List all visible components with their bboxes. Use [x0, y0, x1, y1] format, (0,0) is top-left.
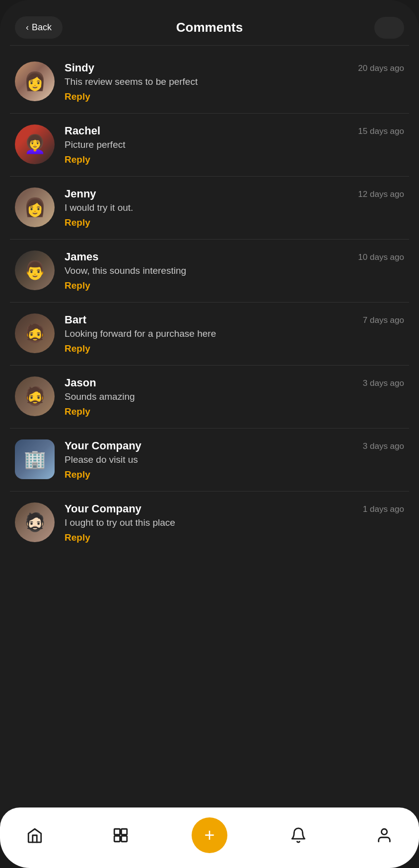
avatar-company2: 🧔🏻: [15, 502, 55, 542]
grid-icon: [112, 827, 129, 844]
avatar-company1: 🏢: [15, 439, 55, 479]
phone-frame: ‹ Back Comments 👩 Sindy 20 days ago This…: [0, 0, 419, 868]
page-title: Comments: [176, 20, 243, 35]
add-icon: +: [204, 826, 214, 844]
comment-header-james: James 10 days ago: [65, 250, 404, 263]
comment-time-bart: 7 days ago: [363, 313, 404, 325]
bell-nav-button[interactable]: [283, 820, 313, 850]
comment-time-company2: 1 days ago: [363, 502, 404, 514]
comment-text-james: Voow, this sounds interesting: [65, 265, 404, 276]
comment-time-rachel: 15 days ago: [358, 124, 404, 136]
comment-time-jason: 3 days ago: [363, 376, 404, 388]
comment-content-rachel: Rachel 15 days ago Picture perfect Reply: [65, 124, 404, 165]
comment-text-company1: Please do visit us: [65, 454, 404, 465]
avatar-james: 👨: [15, 250, 55, 290]
reply-button-rachel[interactable]: Reply: [65, 154, 90, 165]
comment-header-jenny: Jenny 12 days ago: [65, 187, 404, 200]
reply-button-sindy[interactable]: Reply: [65, 91, 90, 102]
avatar-sindy: 👩: [15, 62, 55, 101]
comment-name-rachel: Rachel: [65, 124, 100, 137]
avatar-bart: 🧔: [15, 313, 55, 353]
bell-icon: [290, 827, 307, 844]
comment-content-james: James 10 days ago Voow, this sounds inte…: [65, 250, 404, 291]
comment-header-bart: Bart 7 days ago: [65, 313, 404, 326]
comment-content-jenny: Jenny 12 days ago I would try it out. Re…: [65, 187, 404, 228]
comment-name-bart: Bart: [65, 313, 86, 326]
svg-rect-2: [114, 836, 120, 841]
reply-button-company1[interactable]: Reply: [65, 469, 90, 480]
comment-header-jason: Jason 3 days ago: [65, 376, 404, 389]
comment-header-company2: Your Company 1 days ago: [65, 502, 404, 515]
profile-nav-button[interactable]: [369, 820, 399, 850]
reply-button-jason[interactable]: Reply: [65, 406, 90, 417]
avatar-rachel: 👩‍🦱: [15, 124, 55, 164]
reply-button-company2[interactable]: Reply: [65, 532, 90, 543]
comment-header-rachel: Rachel 15 days ago: [65, 124, 404, 137]
comment-content-company1: Your Company 3 days ago Please do visit …: [65, 439, 404, 480]
comment-item-bart: 🧔 Bart 7 days ago Looking forward for a …: [0, 303, 419, 365]
grid-nav-button[interactable]: [106, 820, 136, 850]
header: ‹ Back Comments: [0, 0, 419, 45]
comment-item-jenny: 👩 Jenny 12 days ago I would try it out. …: [0, 177, 419, 239]
comment-text-jason: Sounds amazing: [65, 391, 404, 402]
reply-button-bart[interactable]: Reply: [65, 343, 90, 354]
bottom-nav: +: [0, 807, 419, 868]
comment-header-company1: Your Company 3 days ago: [65, 439, 404, 452]
comment-text-jenny: I would try it out.: [65, 202, 404, 213]
svg-point-4: [381, 829, 387, 834]
comment-content-company2: Your Company 1 days ago I ought to try o…: [65, 502, 404, 543]
svg-rect-3: [121, 836, 127, 841]
comment-name-company2: Your Company: [65, 502, 141, 515]
comment-text-rachel: Picture perfect: [65, 139, 404, 150]
avatar-emoji-rachel: 👩‍🦱: [15, 124, 55, 164]
header-right-area: [374, 17, 404, 39]
svg-rect-0: [114, 829, 120, 834]
avatar-emoji-bart: 🧔: [15, 313, 55, 353]
avatar-emoji-james: 👨: [15, 250, 55, 290]
back-chevron-icon: ‹: [26, 22, 29, 33]
avatar-emoji-jason: 🧔: [15, 376, 55, 416]
avatar-emoji-jenny: 👩: [15, 187, 55, 227]
add-nav-button[interactable]: +: [192, 817, 227, 853]
comment-time-sindy: 20 days ago: [358, 62, 404, 73]
comment-item-jason: 🧔 Jason 3 days ago Sounds amazing Reply: [0, 366, 419, 428]
comment-name-jenny: Jenny: [65, 187, 96, 200]
comment-content-jason: Jason 3 days ago Sounds amazing Reply: [65, 376, 404, 417]
home-icon: [26, 827, 43, 844]
home-nav-button[interactable]: [20, 820, 50, 850]
avatar-emoji-sindy: 👩: [15, 62, 55, 101]
svg-rect-1: [121, 829, 127, 834]
avatar-emoji-company1: 🏢: [15, 439, 55, 479]
comment-content-sindy: Sindy 20 days ago This review seems to b…: [65, 62, 404, 102]
comment-text-sindy: This review seems to be perfect: [65, 76, 404, 87]
comment-time-jenny: 12 days ago: [358, 187, 404, 199]
avatar-emoji-company2: 🧔🏻: [15, 502, 55, 542]
comment-item-rachel: 👩‍🦱 Rachel 15 days ago Picture perfect R…: [0, 114, 419, 176]
comment-content-bart: Bart 7 days ago Looking forward for a pu…: [65, 313, 404, 354]
reply-button-jenny[interactable]: Reply: [65, 217, 90, 228]
comment-item-sindy: 👩 Sindy 20 days ago This review seems to…: [0, 51, 419, 113]
comment-text-company2: I ought to try out this place: [65, 517, 404, 528]
profile-icon: [376, 827, 393, 844]
comment-name-sindy: Sindy: [65, 62, 94, 74]
comment-item-company2: 🧔🏻 Your Company 1 days ago I ought to tr…: [0, 492, 419, 554]
comment-header-sindy: Sindy 20 days ago: [65, 62, 404, 74]
comment-time-company1: 3 days ago: [363, 439, 404, 451]
back-button[interactable]: ‹ Back: [15, 16, 63, 39]
comment-name-jason: Jason: [65, 376, 96, 389]
comment-time-james: 10 days ago: [358, 250, 404, 262]
comments-list: 👩 Sindy 20 days ago This review seems to…: [0, 46, 419, 807]
reply-button-james[interactable]: Reply: [65, 280, 90, 291]
avatar-jason: 🧔: [15, 376, 55, 416]
avatar-jenny: 👩: [15, 187, 55, 227]
back-label: Back: [32, 22, 52, 33]
comment-item-james: 👨 James 10 days ago Voow, this sounds in…: [0, 240, 419, 302]
comment-item-company1: 🏢 Your Company 3 days ago Please do visi…: [0, 429, 419, 491]
comment-text-bart: Looking forward for a purchase here: [65, 328, 404, 339]
comment-name-company1: Your Company: [65, 439, 141, 452]
comment-name-james: James: [65, 250, 99, 263]
